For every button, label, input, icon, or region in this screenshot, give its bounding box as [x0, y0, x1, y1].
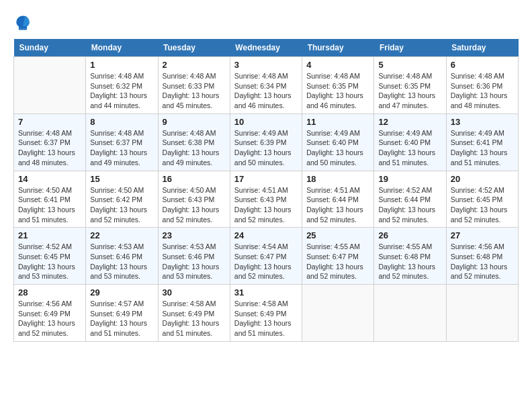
calendar-cell: 11Sunrise: 4:49 AMSunset: 6:40 PMDayligh…	[302, 113, 374, 171]
calendar-cell: 31Sunrise: 4:58 AMSunset: 6:49 PMDayligh…	[230, 285, 302, 342]
calendar-cell: 15Sunrise: 4:50 AMSunset: 6:42 PMDayligh…	[86, 171, 158, 228]
day-number: 1	[90, 60, 153, 70]
calendar-cell: 22Sunrise: 4:53 AMSunset: 6:46 PMDayligh…	[86, 228, 158, 285]
calendar-cell: 4Sunrise: 4:48 AMSunset: 6:35 PMDaylight…	[302, 57, 374, 114]
calendar-cell: 16Sunrise: 4:50 AMSunset: 6:43 PMDayligh…	[158, 171, 230, 228]
calendar-cell: 20Sunrise: 4:52 AMSunset: 6:45 PMDayligh…	[446, 171, 518, 228]
day-number: 5	[378, 60, 441, 70]
calendar-cell: 5Sunrise: 4:48 AMSunset: 6:35 PMDaylight…	[374, 57, 446, 114]
day-number: 30	[163, 287, 226, 298]
day-info: Sunrise: 4:50 AMSunset: 6:43 PMDaylight:…	[163, 185, 226, 225]
day-info: Sunrise: 4:49 AMSunset: 6:40 PMDaylight:…	[306, 128, 369, 168]
header-row: SundayMondayTuesdayWednesdayThursdayFrid…	[14, 39, 519, 57]
day-number: 24	[234, 230, 298, 240]
day-number: 21	[18, 230, 81, 240]
day-info: Sunrise: 4:48 AMSunset: 6:35 PMDaylight:…	[378, 71, 441, 111]
day-number: 31	[234, 287, 298, 298]
day-number: 28	[18, 287, 81, 298]
day-number: 4	[306, 60, 369, 70]
day-number: 17	[234, 174, 298, 184]
day-number: 25	[306, 230, 369, 240]
day-number: 6	[451, 60, 514, 70]
day-info: Sunrise: 4:49 AMSunset: 6:39 PMDaylight:…	[234, 128, 298, 168]
day-info: Sunrise: 4:58 AMSunset: 6:49 PMDaylight:…	[163, 299, 226, 338]
day-info: Sunrise: 4:48 AMSunset: 6:37 PMDaylight:…	[90, 128, 153, 168]
page-header	[13, 13, 519, 32]
day-info: Sunrise: 4:48 AMSunset: 6:33 PMDaylight:…	[163, 71, 226, 111]
day-info: Sunrise: 4:49 AMSunset: 6:40 PMDaylight:…	[378, 128, 441, 168]
day-info: Sunrise: 4:57 AMSunset: 6:49 PMDaylight:…	[90, 299, 153, 338]
day-info: Sunrise: 4:53 AMSunset: 6:46 PMDaylight:…	[163, 242, 226, 281]
week-row-1: 7Sunrise: 4:48 AMSunset: 6:37 PMDaylight…	[14, 113, 519, 171]
day-info: Sunrise: 4:52 AMSunset: 6:44 PMDaylight:…	[378, 185, 441, 225]
col-header-friday: Friday	[374, 39, 446, 57]
day-number: 18	[306, 174, 369, 184]
day-info: Sunrise: 4:53 AMSunset: 6:46 PMDaylight:…	[90, 242, 153, 281]
calendar-cell: 23Sunrise: 4:53 AMSunset: 6:46 PMDayligh…	[158, 228, 230, 285]
day-info: Sunrise: 4:48 AMSunset: 6:35 PMDaylight:…	[306, 71, 369, 111]
day-info: Sunrise: 4:48 AMSunset: 6:36 PMDaylight:…	[451, 71, 514, 111]
day-info: Sunrise: 4:51 AMSunset: 6:43 PMDaylight:…	[234, 185, 298, 225]
calendar-cell: 21Sunrise: 4:52 AMSunset: 6:45 PMDayligh…	[14, 228, 86, 285]
day-info: Sunrise: 4:49 AMSunset: 6:41 PMDaylight:…	[451, 128, 514, 168]
col-header-tuesday: Tuesday	[158, 39, 230, 57]
calendar-cell: 19Sunrise: 4:52 AMSunset: 6:44 PMDayligh…	[374, 171, 446, 228]
day-info: Sunrise: 4:48 AMSunset: 6:37 PMDaylight:…	[18, 128, 81, 168]
day-info: Sunrise: 4:48 AMSunset: 6:38 PMDaylight:…	[163, 128, 226, 168]
day-number: 11	[306, 117, 369, 127]
calendar-cell	[446, 285, 518, 342]
day-info: Sunrise: 4:56 AMSunset: 6:49 PMDaylight:…	[18, 299, 81, 338]
logo-icon	[13, 13, 32, 32]
day-number: 7	[18, 117, 81, 127]
day-info: Sunrise: 4:48 AMSunset: 6:32 PMDaylight:…	[90, 71, 153, 111]
calendar-cell: 25Sunrise: 4:55 AMSunset: 6:47 PMDayligh…	[302, 228, 374, 285]
col-header-thursday: Thursday	[302, 39, 374, 57]
calendar-cell: 18Sunrise: 4:51 AMSunset: 6:44 PMDayligh…	[302, 171, 374, 228]
calendar-cell: 8Sunrise: 4:48 AMSunset: 6:37 PMDaylight…	[86, 113, 158, 171]
calendar-cell: 3Sunrise: 4:48 AMSunset: 6:34 PMDaylight…	[230, 57, 302, 114]
day-number: 15	[90, 174, 153, 184]
day-number: 20	[451, 174, 514, 184]
day-number: 29	[90, 287, 153, 298]
calendar-cell: 17Sunrise: 4:51 AMSunset: 6:43 PMDayligh…	[230, 171, 302, 228]
day-number: 14	[18, 174, 81, 184]
day-number: 23	[163, 230, 226, 240]
day-number: 8	[90, 117, 153, 127]
col-header-wednesday: Wednesday	[230, 39, 302, 57]
calendar-cell: 30Sunrise: 4:58 AMSunset: 6:49 PMDayligh…	[158, 285, 230, 342]
day-info: Sunrise: 4:52 AMSunset: 6:45 PMDaylight:…	[18, 242, 81, 281]
day-info: Sunrise: 4:56 AMSunset: 6:48 PMDaylight:…	[451, 242, 514, 281]
calendar-cell: 9Sunrise: 4:48 AMSunset: 6:38 PMDaylight…	[158, 113, 230, 171]
svg-rect-0	[19, 29, 27, 30]
col-header-monday: Monday	[86, 39, 158, 57]
day-info: Sunrise: 4:55 AMSunset: 6:48 PMDaylight:…	[378, 242, 441, 281]
col-header-sunday: Sunday	[14, 39, 86, 57]
day-number: 22	[90, 230, 153, 240]
calendar-cell: 12Sunrise: 4:49 AMSunset: 6:40 PMDayligh…	[374, 113, 446, 171]
calendar-cell: 7Sunrise: 4:48 AMSunset: 6:37 PMDaylight…	[14, 113, 86, 171]
calendar-table: SundayMondayTuesdayWednesdayThursdayFrid…	[13, 39, 519, 342]
calendar-cell: 6Sunrise: 4:48 AMSunset: 6:36 PMDaylight…	[446, 57, 518, 114]
day-number: 27	[451, 230, 514, 240]
logo	[13, 13, 35, 32]
calendar-cell: 24Sunrise: 4:54 AMSunset: 6:47 PMDayligh…	[230, 228, 302, 285]
calendar-cell: 13Sunrise: 4:49 AMSunset: 6:41 PMDayligh…	[446, 113, 518, 171]
day-number: 9	[163, 117, 226, 127]
calendar-cell: 28Sunrise: 4:56 AMSunset: 6:49 PMDayligh…	[14, 285, 86, 342]
week-row-3: 21Sunrise: 4:52 AMSunset: 6:45 PMDayligh…	[14, 228, 519, 285]
day-number: 12	[378, 117, 441, 127]
calendar-cell: 26Sunrise: 4:55 AMSunset: 6:48 PMDayligh…	[374, 228, 446, 285]
calendar-cell: 14Sunrise: 4:50 AMSunset: 6:41 PMDayligh…	[14, 171, 86, 228]
calendar-cell	[302, 285, 374, 342]
day-number: 26	[378, 230, 441, 240]
day-number: 13	[451, 117, 514, 127]
day-info: Sunrise: 4:54 AMSunset: 6:47 PMDaylight:…	[234, 242, 298, 281]
day-info: Sunrise: 4:58 AMSunset: 6:49 PMDaylight:…	[234, 299, 298, 338]
day-info: Sunrise: 4:51 AMSunset: 6:44 PMDaylight:…	[306, 185, 369, 225]
day-number: 3	[234, 60, 298, 70]
day-info: Sunrise: 4:48 AMSunset: 6:34 PMDaylight:…	[234, 71, 298, 111]
calendar-cell: 10Sunrise: 4:49 AMSunset: 6:39 PMDayligh…	[230, 113, 302, 171]
day-info: Sunrise: 4:55 AMSunset: 6:47 PMDaylight:…	[306, 242, 369, 281]
day-info: Sunrise: 4:50 AMSunset: 6:41 PMDaylight:…	[18, 185, 81, 225]
calendar-cell	[374, 285, 446, 342]
